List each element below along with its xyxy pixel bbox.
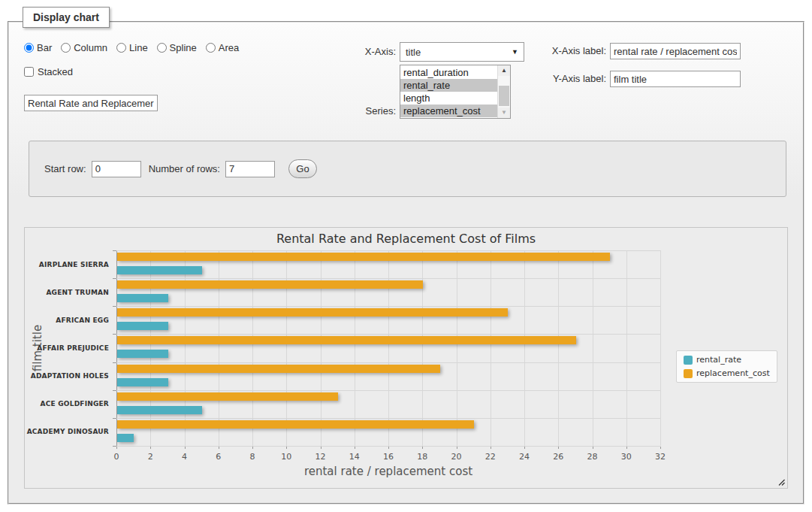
x-axis-tick	[593, 447, 593, 449]
chart-type-area[interactable]: Area	[206, 42, 239, 53]
x-axis-tick-label: 14	[340, 452, 370, 462]
x-axis-tick-label: 10	[271, 452, 301, 462]
chart-type-radio-area[interactable]	[206, 43, 216, 53]
bar-replacement_cost[interactable]	[117, 420, 474, 429]
chart-title-input[interactable]	[24, 95, 158, 111]
plot-area	[116, 250, 660, 446]
x-axis-label-input[interactable]	[610, 43, 741, 59]
start-row-input[interactable]	[92, 161, 141, 177]
row-range-panel: Start row: Number of rows: Go	[29, 141, 786, 197]
x-axis-selected-value: title	[406, 47, 421, 58]
bar-rental_rate[interactable]	[117, 378, 168, 386]
x-axis-tick-label: 32	[645, 452, 675, 462]
chart-title: Rental Rate and Replacement Cost of Film…	[25, 232, 787, 246]
number-of-rows-input[interactable]	[225, 161, 275, 177]
x-axis-tick-label: 18	[407, 452, 437, 462]
x-axis-title: rental rate / replacement cost	[116, 465, 660, 478]
x-axis-tick-label: 26	[543, 452, 573, 462]
legend-swatch	[684, 369, 693, 378]
category-label: ACE GOLDFINGER	[25, 390, 109, 418]
series-listbox[interactable]: rental_durationrental_ratelengthreplacem…	[400, 65, 511, 119]
gridline-vertical	[457, 250, 457, 446]
gridline-vertical	[150, 250, 151, 446]
x-axis-tick	[185, 447, 186, 449]
series-option-replacement_cost[interactable]: replacement_cost	[400, 105, 497, 117]
chart-type-line[interactable]: Line	[116, 42, 148, 53]
y-axis-label-input[interactable]	[610, 71, 741, 87]
x-axis-tick	[491, 447, 491, 449]
bar-rental_rate[interactable]	[117, 266, 202, 274]
x-axis-tick-label: 6	[204, 452, 234, 462]
number-of-rows-label: Number of rows:	[149, 163, 220, 174]
gridline-horizontal	[116, 362, 660, 363]
series-option-rental_rate[interactable]: rental_rate	[400, 79, 497, 92]
chart-type-label: Bar	[37, 42, 52, 53]
bar-replacement_cost[interactable]	[117, 280, 423, 289]
bar-replacement_cost[interactable]	[117, 336, 576, 344]
y-axis-line	[116, 250, 117, 447]
gridline-horizontal	[116, 306, 660, 307]
category-label: AGENT TRUMAN	[25, 278, 109, 306]
bar-rental_rate[interactable]	[117, 434, 134, 442]
x-axis-tick-label: 22	[475, 452, 506, 462]
y-axis-tick	[113, 306, 116, 307]
chart-type-label: Area	[219, 42, 239, 53]
chart-type-radio-line[interactable]	[116, 43, 126, 53]
legend-label: rental_rate	[696, 355, 741, 365]
gridline-vertical	[321, 250, 321, 446]
y-axis-tick	[113, 390, 116, 391]
chart-panel: Rental Rate and Replacement Cost of Film…	[24, 227, 788, 489]
series-option-length[interactable]: length	[400, 92, 497, 105]
x-axis-tick	[321, 447, 321, 449]
bar-replacement_cost[interactable]	[117, 365, 440, 373]
x-axis-tick-label: 2	[135, 452, 165, 462]
x-axis-label-field-label: X-Axis label:	[501, 45, 606, 56]
x-axis-tick-label: 28	[578, 452, 608, 462]
y-axis-tick	[113, 278, 116, 279]
stacked-label: Stacked	[38, 66, 73, 77]
bar-replacement_cost[interactable]	[117, 253, 610, 261]
x-axis-tick	[252, 447, 253, 449]
gridline-horizontal	[116, 278, 660, 279]
legend-item-rental_rate[interactable]: rental_rate	[684, 355, 770, 365]
scrollbar-thumb[interactable]	[499, 86, 509, 106]
gridline-vertical	[660, 250, 661, 446]
legend-swatch	[684, 356, 693, 365]
bar-rental_rate[interactable]	[117, 322, 168, 330]
scroll-down-icon[interactable]: ▼	[498, 108, 510, 118]
x-axis-tick	[457, 447, 457, 449]
gridline-vertical	[626, 250, 627, 446]
bar-rental_rate[interactable]	[117, 294, 168, 302]
legend-item-replacement_cost[interactable]: replacement_cost	[684, 368, 770, 378]
x-axis-tick	[286, 447, 287, 449]
stacked-checkbox-row[interactable]: Stacked	[24, 66, 73, 77]
gridline-vertical	[593, 250, 593, 446]
x-axis-select-label: X-Axis:	[298, 46, 396, 57]
go-button[interactable]: Go	[288, 159, 317, 178]
chart-type-radio-spline[interactable]	[157, 43, 167, 53]
stacked-checkbox[interactable]	[24, 67, 34, 77]
resize-handle-icon[interactable]	[777, 477, 785, 486]
gridline-vertical	[219, 250, 219, 446]
y-axis-label-field-label: Y-Axis label:	[501, 73, 606, 84]
chart-type-spline[interactable]: Spline	[157, 42, 197, 53]
x-axis-tick	[626, 447, 627, 449]
chart-type-column[interactable]: Column	[61, 42, 107, 53]
gridline-vertical	[252, 250, 253, 446]
series-option-rental_duration[interactable]: rental_duration	[400, 66, 497, 79]
gridline-vertical	[558, 250, 559, 446]
chart-type-bar[interactable]: Bar	[24, 42, 52, 53]
bar-rental_rate[interactable]	[117, 350, 168, 358]
chart-type-radio-bar[interactable]	[24, 43, 34, 53]
category-label: ACADEMY DINOSAUR	[25, 418, 109, 446]
chart-type-radio-column[interactable]	[61, 43, 71, 53]
bar-replacement_cost[interactable]	[117, 392, 338, 401]
category-label: AIRPLANE SIERRA	[25, 250, 109, 278]
x-axis-tick	[558, 447, 559, 449]
bar-replacement_cost[interactable]	[117, 308, 508, 317]
x-axis-tick	[219, 447, 219, 449]
gridline-vertical	[286, 250, 287, 446]
x-axis-tick-label: 12	[306, 452, 336, 462]
bar-rental_rate[interactable]	[117, 406, 202, 414]
legend-label: replacement_cost	[696, 368, 770, 378]
